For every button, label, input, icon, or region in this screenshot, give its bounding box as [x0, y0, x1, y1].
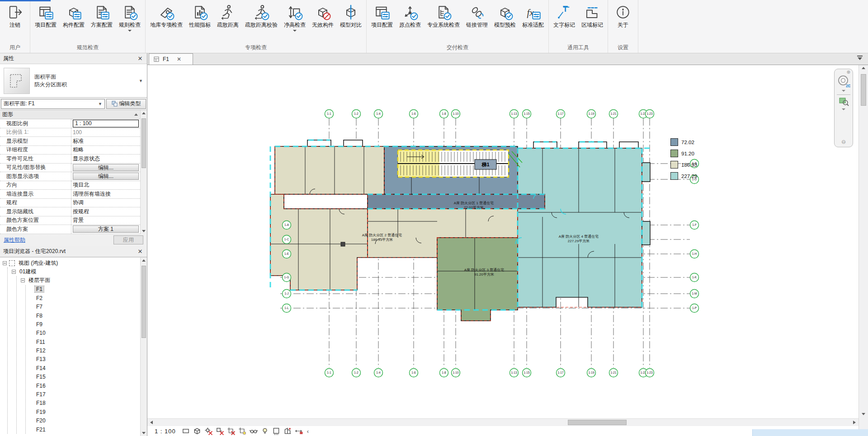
property-value[interactable]: 清理所有墙连接 [73, 190, 111, 198]
close-navbar-icon[interactable]: ⊗ [847, 70, 850, 75]
ribbon-button-plan-config[interactable]: 方案配置 [88, 3, 116, 29]
show-analytical-model-icon[interactable] [283, 427, 292, 435]
property-value[interactable]: 显示原状态 [73, 155, 100, 163]
ribbon-button-evac-distance[interactable]: 疏散距离 [214, 3, 242, 29]
chevron-down-icon[interactable] [293, 30, 297, 32]
tree-root-views[interactable]: 视图 (鸿业-建筑) [3, 259, 140, 267]
drawing-view[interactable]: 梯1 [147, 65, 859, 436]
properties-help-link[interactable]: 属性帮助 [4, 236, 25, 244]
ribbon-button-link-manage[interactable]: 链接管理 [463, 3, 491, 29]
tree-item-f17[interactable]: F17 [35, 390, 140, 398]
crop-view-off-icon[interactable] [227, 427, 235, 435]
tree-item-f7[interactable]: F7 [35, 302, 140, 311]
tree-node-floor-plans[interactable]: 楼层平面 [21, 276, 140, 285]
ribbon-button-garage-check[interactable]: 地库专项检查 [147, 3, 186, 29]
property-value[interactable]: 粗略 [73, 146, 84, 154]
scroll-down-icon[interactable] [862, 413, 865, 415]
close-tab-icon[interactable]: ✕ [177, 56, 181, 62]
tree-item-f1[interactable]: F1 [35, 285, 140, 294]
ribbon-button-invalid-component[interactable]: 无效构件 [309, 3, 337, 29]
visual-style-icon[interactable] [193, 427, 201, 435]
scroll-up-icon[interactable] [142, 259, 146, 262]
ribbon-button-system-check[interactable]: 专业系统检查 [424, 3, 463, 29]
property-value[interactable]: 协调 [73, 199, 84, 206]
chevron-down-icon[interactable] [128, 30, 132, 32]
property-value[interactable]: 100 [73, 129, 82, 136]
ribbon-button-about[interactable]: 关于 [609, 3, 637, 29]
apply-button[interactable]: 应用 [113, 235, 143, 244]
close-icon[interactable]: ✕ [137, 248, 144, 255]
property-value-button[interactable]: 编辑... [73, 173, 139, 180]
browser-scrollbar[interactable] [140, 258, 147, 436]
ribbon-button-performance-index[interactable]: 性能指标 [186, 3, 214, 29]
tree-item-f8[interactable]: F8 [35, 311, 140, 320]
scrollbar-thumb[interactable] [861, 74, 866, 106]
vertical-scrollbar[interactable] [859, 65, 868, 436]
scroll-down-icon[interactable] [142, 230, 146, 232]
ribbon-button-window-config[interactable]: 项目配置 [32, 3, 60, 29]
tree-item-f15[interactable]: F15 [35, 373, 140, 381]
instance-selector-combo[interactable]: 面积平面: F1 ▼ [1, 99, 105, 109]
sun-path-off-icon[interactable] [204, 427, 212, 435]
tree-item-f13[interactable]: F13 [35, 355, 140, 364]
properties-scrollbar[interactable] [140, 110, 147, 234]
tree-item-f2[interactable]: F2 [35, 294, 140, 302]
scroll-down-icon[interactable] [142, 432, 146, 434]
steering-wheel-2d-icon[interactable]: 2D [837, 75, 850, 88]
ribbon-button-rule-check[interactable]: 规则检查 [116, 3, 144, 33]
reveal-constraints-icon[interactable] [295, 427, 303, 435]
type-selector[interactable]: 面积平面 防火分区面积 ▼ [0, 64, 147, 98]
viewbar-collapse-icon[interactable]: ‹ [307, 428, 309, 435]
tree-node-01jianmo[interactable]: 01建模 [12, 267, 140, 276]
show-crop-region-icon[interactable] [238, 427, 246, 435]
tree-item-f18[interactable]: F18 [35, 399, 140, 408]
ribbon-button-model-precheck[interactable]: 模型预检 [491, 3, 519, 29]
ribbon-button-model-compare[interactable]: 模型对比 [337, 3, 365, 29]
ribbon-button-origin-check[interactable]: 原点检查 [396, 3, 424, 29]
property-value[interactable]: 项目北 [73, 181, 89, 189]
section-header-graphics[interactable]: 图形 [0, 110, 140, 119]
temporary-view-properties-icon[interactable] [272, 427, 280, 435]
shadows-off-icon[interactable] [216, 427, 224, 435]
tree-item-f19[interactable]: F19 [35, 408, 140, 416]
tree-item-f9[interactable]: F9 [35, 320, 140, 328]
tree-item-f20[interactable]: F20 [35, 417, 140, 425]
navbar-dropdown-icon[interactable] [842, 90, 845, 92]
zoom-dropdown-icon[interactable] [842, 108, 845, 110]
ribbon-button-clear-height-check[interactable]: 净高检查 [281, 3, 309, 33]
scroll-up-icon[interactable] [142, 112, 146, 114]
scroll-right-icon[interactable] [853, 421, 856, 424]
ribbon-button-standard-adapt[interactable]: fx标准适配 [519, 3, 547, 29]
ribbon-button-project-config[interactable]: 项目配置 [368, 3, 396, 29]
floor-plan[interactable]: 梯1 [262, 108, 732, 389]
collapse-node-icon[interactable] [21, 278, 25, 282]
edit-type-button[interactable]: 编辑类型 [106, 99, 146, 109]
detail-level-icon[interactable] [182, 427, 190, 435]
tree-item-f11[interactable]: F11 [35, 338, 140, 346]
view-scale-button[interactable]: 1 : 100 [155, 428, 176, 435]
property-value[interactable]: 标准 [73, 137, 84, 145]
chevron-down-icon[interactable]: ▼ [139, 79, 143, 83]
navbar-minimize-icon[interactable]: ⊖ [841, 139, 846, 145]
tree-item-f14[interactable]: F14 [35, 364, 140, 372]
scroll-left-icon[interactable] [150, 421, 153, 424]
ribbon-button-evac-distance-verify[interactable]: 疏散距离校验 [242, 3, 281, 29]
collapse-node-icon[interactable] [3, 261, 7, 265]
property-value[interactable]: 按规程 [73, 208, 89, 216]
scrollbar-thumb[interactable] [142, 266, 146, 338]
ribbon-button-component-config[interactable]: 构件配置 [60, 3, 88, 29]
property-value-button[interactable]: 编辑... [73, 164, 139, 171]
temporary-hide-isolate-icon[interactable] [250, 427, 258, 435]
scroll-up-icon[interactable] [862, 67, 865, 69]
tree-item-f12[interactable]: F12 [35, 346, 140, 355]
zoom-region-icon[interactable] [838, 96, 849, 107]
view-tab-f1[interactable]: F1 ✕ [149, 53, 193, 65]
navigation-bar[interactable]: ⊗ 2D ⊖ [834, 69, 853, 147]
ribbon-button-text-tag[interactable]: T文字标记 [550, 3, 578, 29]
scrollbar-thumb[interactable] [568, 420, 627, 425]
tree-item-f21[interactable]: F21 [35, 425, 140, 434]
collapse-node-icon[interactable] [12, 270, 16, 274]
scrollbar-thumb[interactable] [142, 118, 146, 168]
property-value-button[interactable]: 方案 1 [73, 225, 139, 233]
close-icon[interactable]: ✕ [137, 55, 144, 62]
